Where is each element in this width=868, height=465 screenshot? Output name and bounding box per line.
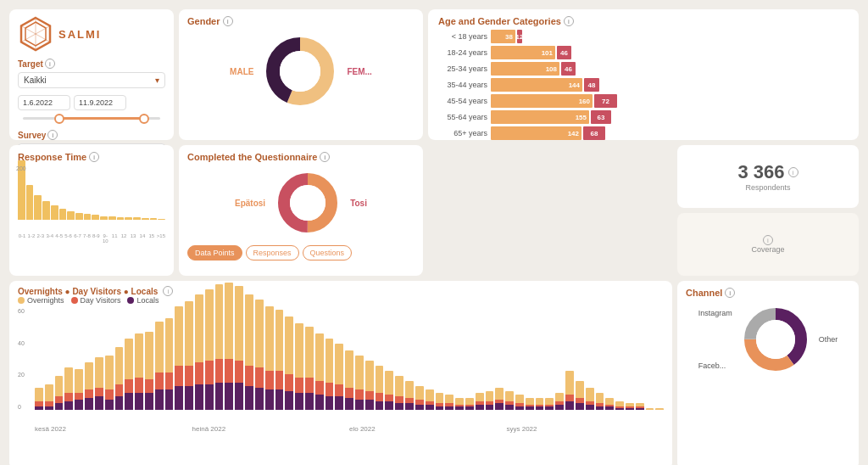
stacked-bar xyxy=(195,294,203,410)
local-segment xyxy=(565,401,574,410)
legend-dot xyxy=(71,297,78,304)
age-bars: 142 68 xyxy=(491,126,849,140)
target-info-icon[interactable]: i xyxy=(45,59,55,69)
local-segment xyxy=(465,406,474,410)
date-slider xyxy=(23,117,160,120)
x-axis-label: syys 2022 xyxy=(507,425,537,433)
overnight-segment xyxy=(376,366,384,393)
respondents-header: 3 366 i xyxy=(737,161,798,183)
age-gender-info-icon[interactable]: i xyxy=(564,16,574,26)
day-segment xyxy=(255,367,264,388)
data-button[interactable]: Responses xyxy=(246,245,299,261)
day-segment xyxy=(55,396,64,403)
channel-content: Instagram Faceb... Other xyxy=(686,301,850,378)
respondents-label: Respondents xyxy=(745,183,790,192)
overnight-segment xyxy=(646,408,654,410)
stacked-bar xyxy=(135,333,143,410)
overnight-segment xyxy=(465,398,474,405)
local-segment xyxy=(326,396,334,410)
age-bars: 160 72 xyxy=(491,94,849,108)
local-segment xyxy=(495,403,504,410)
slider-track[interactable] xyxy=(23,117,160,120)
response-time-info-icon[interactable]: i xyxy=(89,152,99,162)
x-label: 13 xyxy=(129,233,137,244)
response-bar xyxy=(142,218,149,220)
survey-info-icon[interactable]: i xyxy=(47,130,58,140)
x-label: 15 xyxy=(147,233,156,244)
overnight-segment xyxy=(135,333,143,378)
tosi-label: Tosi xyxy=(350,199,367,208)
overnight-segment xyxy=(605,398,614,405)
local-segment xyxy=(555,405,564,410)
local-segment xyxy=(545,406,554,410)
stacked-bar xyxy=(125,339,133,410)
stacked-bar xyxy=(515,395,524,410)
local-segment xyxy=(636,408,644,410)
female-bar: 72 xyxy=(594,94,617,108)
slider-thumb-right[interactable] xyxy=(139,114,149,124)
slider-thumb-left[interactable] xyxy=(54,114,64,124)
response-bar xyxy=(92,215,99,220)
gender-title: Gender i xyxy=(187,16,415,26)
data-button[interactable]: Data Points xyxy=(187,245,242,261)
overnight-segment xyxy=(255,300,264,367)
response-bar xyxy=(150,218,158,220)
x-label: 4-5 xyxy=(55,233,64,244)
visitors-info-icon[interactable]: i xyxy=(163,286,173,296)
age-label: 18-24 years xyxy=(438,48,487,57)
overnight-segment xyxy=(445,395,453,403)
channel-info-icon[interactable]: i xyxy=(725,288,735,298)
end-date[interactable]: 11.9.2022 xyxy=(74,95,126,110)
stacked-bar xyxy=(376,366,384,410)
overnight-segment xyxy=(225,283,233,359)
coverage-info-icon[interactable]: i xyxy=(763,235,773,245)
stacked-bar xyxy=(646,408,654,410)
stacked-bar xyxy=(486,391,494,410)
x-axis-label: heinä 2022 xyxy=(192,425,226,433)
age-bar-row: 65+ years 142 68 xyxy=(438,126,849,140)
stacked-bar xyxy=(545,398,554,410)
local-segment xyxy=(355,400,364,410)
age-bars: 144 48 xyxy=(491,78,849,92)
day-segment xyxy=(165,373,174,389)
stacked-bar xyxy=(105,356,114,410)
local-segment xyxy=(405,403,414,410)
target-label: Target i xyxy=(18,59,165,69)
y-axis-value: 0 xyxy=(18,404,25,410)
local-segment xyxy=(505,405,514,410)
overnight-segment xyxy=(145,332,153,379)
target-dropdown[interactable]: Kaikki ▾ xyxy=(18,72,165,88)
legend-dot xyxy=(18,297,25,304)
male-bar: 144 xyxy=(491,78,582,92)
response-bar xyxy=(51,205,58,220)
local-segment xyxy=(576,403,584,410)
coverage-header: i xyxy=(763,235,773,245)
overnight-segment xyxy=(45,384,53,401)
overnight-segment xyxy=(55,376,64,396)
respondents-panel: 3 366 i Respondents xyxy=(677,145,859,208)
day-segment xyxy=(295,378,303,393)
overnight-segment xyxy=(536,398,544,405)
age-bar-row: < 18 years 38 12 xyxy=(438,30,849,43)
age-bars: 101 46 xyxy=(491,46,849,59)
day-segment xyxy=(285,374,293,391)
start-date[interactable]: 1.6.2022 xyxy=(18,95,70,110)
local-segment xyxy=(295,393,303,410)
stacked-bar xyxy=(555,393,564,410)
gender-info-icon[interactable]: i xyxy=(223,16,233,26)
stacked-bar xyxy=(165,318,174,410)
overnight-segment xyxy=(75,369,83,393)
stacked-bar xyxy=(445,395,453,410)
stacked-bar xyxy=(415,386,424,410)
stacked-bar xyxy=(175,306,183,410)
response-bar xyxy=(84,214,92,220)
response-bar xyxy=(108,216,116,220)
overnight-segment xyxy=(155,322,164,373)
stacked-bar xyxy=(326,339,334,410)
data-button[interactable]: Questions xyxy=(303,245,353,261)
respondents-info-icon[interactable]: i xyxy=(788,167,798,177)
overnight-segment xyxy=(125,339,133,379)
x-label: 1-2 xyxy=(27,233,36,244)
stacked-bar xyxy=(145,332,153,410)
completed-info-icon[interactable]: i xyxy=(320,152,330,162)
